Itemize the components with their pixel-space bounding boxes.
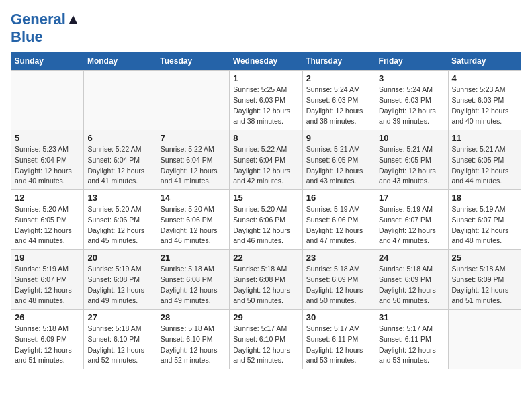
calendar-cell: 14Sunrise: 5:20 AM Sunset: 6:06 PM Dayli… — [157, 190, 229, 250]
day-info: Sunrise: 5:20 AM Sunset: 6:06 PM Dayligh… — [87, 204, 152, 246]
calendar-cell: 5Sunrise: 5:23 AM Sunset: 6:04 PM Daylig… — [11, 130, 84, 190]
calendar-cell: 10Sunrise: 5:21 AM Sunset: 6:05 PM Dayli… — [375, 130, 448, 190]
day-number: 13 — [87, 193, 152, 203]
calendar-cell: 28Sunrise: 5:18 AM Sunset: 6:10 PM Dayli… — [157, 310, 229, 369]
day-info: Sunrise: 5:18 AM Sunset: 6:10 PM Dayligh… — [161, 324, 226, 366]
day-number: 19 — [15, 253, 80, 263]
calendar-cell — [157, 71, 229, 130]
day-number: 27 — [87, 312, 152, 322]
day-number: 29 — [233, 312, 298, 322]
day-info: Sunrise: 5:19 AM Sunset: 6:07 PM Dayligh… — [15, 264, 80, 306]
calendar-cell: 27Sunrise: 5:18 AM Sunset: 6:10 PM Dayli… — [84, 310, 157, 369]
header-sunday: Sunday — [11, 52, 84, 71]
day-number: 18 — [452, 193, 517, 203]
calendar-cell — [448, 310, 521, 369]
day-info: Sunrise: 5:19 AM Sunset: 6:07 PM Dayligh… — [452, 204, 517, 246]
day-info: Sunrise: 5:22 AM Sunset: 6:04 PM Dayligh… — [87, 144, 152, 187]
header-row: SundayMondayTuesdayWednesdayThursdayFrid… — [11, 52, 521, 71]
calendar-cell: 23Sunrise: 5:18 AM Sunset: 6:09 PM Dayli… — [302, 250, 375, 310]
day-number: 14 — [161, 193, 226, 203]
calendar-cell — [11, 71, 84, 130]
day-number: 21 — [161, 253, 226, 263]
logo: General▲ Blue — [11, 11, 81, 46]
day-number: 30 — [306, 312, 371, 322]
day-info: Sunrise: 5:22 AM Sunset: 6:04 PM Dayligh… — [233, 144, 298, 187]
calendar-cell: 18Sunrise: 5:19 AM Sunset: 6:07 PM Dayli… — [448, 190, 521, 250]
header-saturday: Saturday — [448, 52, 521, 71]
day-info: Sunrise: 5:18 AM Sunset: 6:09 PM Dayligh… — [15, 324, 80, 366]
week-row-4: 26Sunrise: 5:18 AM Sunset: 6:09 PM Dayli… — [11, 310, 521, 369]
day-info: Sunrise: 5:21 AM Sunset: 6:05 PM Dayligh… — [306, 144, 371, 187]
day-info: Sunrise: 5:19 AM Sunset: 6:08 PM Dayligh… — [87, 264, 152, 306]
header-tuesday: Tuesday — [157, 52, 229, 71]
day-info: Sunrise: 5:24 AM Sunset: 6:03 PM Dayligh… — [379, 85, 444, 127]
day-info: Sunrise: 5:17 AM Sunset: 6:10 PM Dayligh… — [233, 324, 298, 366]
day-number: 9 — [306, 133, 371, 143]
calendar-cell — [84, 71, 157, 130]
calendar-cell: 21Sunrise: 5:18 AM Sunset: 6:08 PM Dayli… — [157, 250, 229, 310]
day-number: 24 — [379, 253, 444, 263]
calendar-cell: 30Sunrise: 5:17 AM Sunset: 6:11 PM Dayli… — [302, 310, 375, 369]
day-info: Sunrise: 5:23 AM Sunset: 6:04 PM Dayligh… — [15, 144, 80, 187]
calendar-body: 1Sunrise: 5:25 AM Sunset: 6:03 PM Daylig… — [11, 71, 521, 369]
day-info: Sunrise: 5:21 AM Sunset: 6:05 PM Dayligh… — [379, 144, 444, 187]
calendar-cell: 31Sunrise: 5:17 AM Sunset: 6:11 PM Dayli… — [375, 310, 448, 369]
day-number: 31 — [379, 312, 444, 322]
day-info: Sunrise: 5:18 AM Sunset: 6:08 PM Dayligh… — [233, 264, 298, 306]
day-info: Sunrise: 5:18 AM Sunset: 6:09 PM Dayligh… — [379, 264, 444, 306]
calendar-header: SundayMondayTuesdayWednesdayThursdayFrid… — [11, 52, 521, 71]
calendar-cell: 8Sunrise: 5:22 AM Sunset: 6:04 PM Daylig… — [230, 130, 302, 190]
calendar-cell: 17Sunrise: 5:19 AM Sunset: 6:07 PM Dayli… — [375, 190, 448, 250]
logo-text: General▲ Blue — [11, 11, 81, 46]
day-number: 4 — [452, 73, 517, 83]
day-number: 22 — [233, 253, 298, 263]
calendar-cell: 25Sunrise: 5:18 AM Sunset: 6:09 PM Dayli… — [448, 250, 521, 310]
day-number: 8 — [233, 133, 298, 143]
day-info: Sunrise: 5:20 AM Sunset: 6:06 PM Dayligh… — [233, 204, 298, 246]
calendar-cell: 7Sunrise: 5:22 AM Sunset: 6:04 PM Daylig… — [157, 130, 229, 190]
day-number: 20 — [87, 253, 152, 263]
calendar-cell: 29Sunrise: 5:17 AM Sunset: 6:10 PM Dayli… — [230, 310, 302, 369]
day-number: 1 — [233, 73, 298, 83]
calendar-cell: 12Sunrise: 5:20 AM Sunset: 6:05 PM Dayli… — [11, 190, 84, 250]
header-thursday: Thursday — [302, 52, 375, 71]
day-info: Sunrise: 5:20 AM Sunset: 6:06 PM Dayligh… — [161, 204, 226, 246]
day-info: Sunrise: 5:25 AM Sunset: 6:03 PM Dayligh… — [233, 85, 298, 127]
day-info: Sunrise: 5:20 AM Sunset: 6:05 PM Dayligh… — [15, 204, 80, 246]
calendar-cell: 3Sunrise: 5:24 AM Sunset: 6:03 PM Daylig… — [375, 71, 448, 130]
day-info: Sunrise: 5:19 AM Sunset: 6:06 PM Dayligh… — [306, 204, 371, 246]
page-header: General▲ Blue — [11, 11, 521, 46]
header-monday: Monday — [84, 52, 157, 71]
day-info: Sunrise: 5:23 AM Sunset: 6:03 PM Dayligh… — [452, 85, 517, 127]
day-info: Sunrise: 5:19 AM Sunset: 6:07 PM Dayligh… — [379, 204, 444, 246]
day-info: Sunrise: 5:17 AM Sunset: 6:11 PM Dayligh… — [306, 324, 371, 366]
week-row-1: 5Sunrise: 5:23 AM Sunset: 6:04 PM Daylig… — [11, 130, 521, 190]
day-number: 10 — [379, 133, 444, 143]
calendar-cell: 15Sunrise: 5:20 AM Sunset: 6:06 PM Dayli… — [230, 190, 302, 250]
day-number: 25 — [452, 253, 517, 263]
day-info: Sunrise: 5:18 AM Sunset: 6:08 PM Dayligh… — [161, 264, 226, 306]
week-row-2: 12Sunrise: 5:20 AM Sunset: 6:05 PM Dayli… — [11, 190, 521, 250]
week-row-0: 1Sunrise: 5:25 AM Sunset: 6:03 PM Daylig… — [11, 71, 521, 130]
day-info: Sunrise: 5:24 AM Sunset: 6:03 PM Dayligh… — [306, 85, 371, 127]
week-row-3: 19Sunrise: 5:19 AM Sunset: 6:07 PM Dayli… — [11, 250, 521, 310]
day-number: 11 — [452, 133, 517, 143]
calendar-cell: 4Sunrise: 5:23 AM Sunset: 6:03 PM Daylig… — [448, 71, 521, 130]
calendar-cell: 6Sunrise: 5:22 AM Sunset: 6:04 PM Daylig… — [84, 130, 157, 190]
calendar-cell: 11Sunrise: 5:21 AM Sunset: 6:05 PM Dayli… — [448, 130, 521, 190]
day-number: 6 — [87, 133, 152, 143]
day-number: 23 — [306, 253, 371, 263]
day-number: 26 — [15, 312, 80, 322]
day-number: 28 — [161, 312, 226, 322]
calendar-cell: 9Sunrise: 5:21 AM Sunset: 6:05 PM Daylig… — [302, 130, 375, 190]
calendar-cell: 13Sunrise: 5:20 AM Sunset: 6:06 PM Dayli… — [84, 190, 157, 250]
day-number: 15 — [233, 193, 298, 203]
calendar-table: SundayMondayTuesdayWednesdayThursdayFrid… — [11, 52, 521, 369]
calendar-cell: 16Sunrise: 5:19 AM Sunset: 6:06 PM Dayli… — [302, 190, 375, 250]
day-info: Sunrise: 5:21 AM Sunset: 6:05 PM Dayligh… — [452, 144, 517, 187]
day-info: Sunrise: 5:22 AM Sunset: 6:04 PM Dayligh… — [161, 144, 226, 187]
day-number: 2 — [306, 73, 371, 83]
header-friday: Friday — [375, 52, 448, 71]
day-info: Sunrise: 5:18 AM Sunset: 6:09 PM Dayligh… — [452, 264, 517, 306]
day-number: 16 — [306, 193, 371, 203]
